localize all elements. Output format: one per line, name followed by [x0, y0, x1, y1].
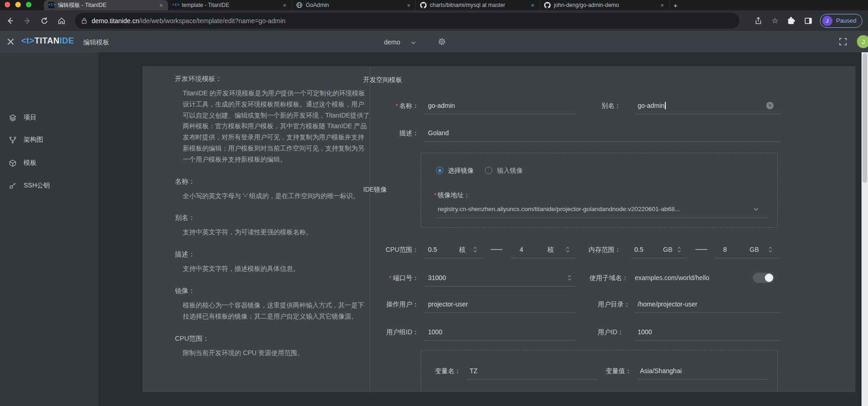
- memory-max-input[interactable]: 8: [723, 244, 727, 255]
- help-column: 开发环境模板： TitanIDE 的开发环境模板是为用户提供一个可定制化的环境模…: [175, 75, 370, 358]
- name-underline: [425, 114, 576, 114]
- radio-input-image[interactable]: [485, 167, 492, 174]
- cpu-min-input[interactable]: 0.5: [428, 244, 437, 255]
- help-heading: 名称：: [175, 177, 370, 186]
- fullscreen-icon[interactable]: [839, 37, 847, 46]
- stepper-icon[interactable]: [565, 246, 570, 253]
- op-user-underline: [425, 312, 576, 313]
- toggle-knob: [765, 274, 773, 282]
- home-icon[interactable]: [57, 16, 66, 25]
- traffic-light-minimize-icon[interactable]: [15, 2, 21, 7]
- tab-close-icon[interactable]: ×: [530, 2, 535, 9]
- help-body: 限制当前开发环境的 CPU 资源使用范围。: [175, 348, 370, 359]
- browser-profile-button[interactable]: J Paused: [820, 14, 862, 28]
- traffic-light-zoom-icon[interactable]: [26, 2, 31, 7]
- cube-icon: [9, 159, 17, 167]
- titanide-logo[interactable]: <t>TITANIDE: [21, 36, 74, 46]
- workspace-selector[interactable]: demo: [384, 38, 400, 46]
- extensions-puzzle-icon[interactable]: [787, 16, 797, 26]
- main-area: 开发环境模板： TitanIDE 的开发环境模板是为用户提供一个可定制化的环境模…: [99, 52, 868, 406]
- stepper-icon[interactable]: [677, 246, 682, 253]
- radio-select-image[interactable]: [436, 167, 443, 174]
- titanide-favicon-icon: <t>: [172, 2, 179, 8]
- tab-close-icon[interactable]: ×: [406, 2, 411, 9]
- uid-input[interactable]: 1000: [638, 326, 652, 337]
- range-dash: [490, 249, 502, 250]
- browser-tab[interactable]: john-deng/go-admin-demo ×: [540, 0, 670, 10]
- gear-icon[interactable]: [438, 37, 446, 46]
- github-icon: [544, 2, 551, 8]
- variable-value-input[interactable]: Asia/Shanghai: [640, 365, 682, 376]
- sidebar-item-ssh-keys[interactable]: SSH公钥: [0, 180, 99, 192]
- browser-tab[interactable]: GoAdmin ×: [292, 0, 416, 10]
- template-edit-panel: 开发环境模板： TitanIDE 的开发环境模板是为用户提供一个可定制化的环境模…: [143, 66, 856, 392]
- image-address-underline: [437, 218, 768, 218]
- uid-underline: [635, 340, 781, 341]
- user-dir-underline: [635, 312, 781, 313]
- browser-tab[interactable]: charts/bitnami/mysql at master ×: [416, 0, 540, 10]
- browser-tab[interactable]: <t> template - TitanIDE ×: [168, 0, 292, 10]
- sidebar-item-projects[interactable]: 项目: [0, 112, 99, 124]
- tab-title: john-deng/go-admin-demo: [554, 2, 656, 8]
- forward-icon[interactable]: [23, 16, 32, 25]
- clear-icon[interactable]: ✕: [766, 102, 774, 109]
- image-address-select[interactable]: registry.cn-shenzhen.aliyuncs.com/titani…: [438, 204, 743, 215]
- user-dir-input[interactable]: /home/projector-user: [638, 299, 697, 310]
- titanide-favicon-icon: <t>: [48, 2, 55, 8]
- chevron-down-icon[interactable]: [410, 38, 416, 46]
- variable-name-input[interactable]: TZ: [470, 365, 477, 376]
- op-user-input[interactable]: projector-user: [428, 299, 468, 310]
- alias-input[interactable]: go-admin: [638, 100, 666, 111]
- close-icon[interactable]: [6, 37, 15, 46]
- sidebar-item-label: SSH公钥: [24, 181, 50, 190]
- user-avatar[interactable]: J: [857, 35, 868, 48]
- port-label: *端口号：: [318, 272, 419, 284]
- stepper-icon[interactable]: [473, 246, 477, 253]
- description-underline: [425, 141, 781, 142]
- memory-min-input[interactable]: 0.5: [634, 244, 643, 255]
- chevron-down-icon[interactable]: [753, 206, 759, 212]
- tab-close-icon[interactable]: ×: [659, 2, 665, 9]
- uid-label: 用户ID：: [598, 326, 624, 337]
- traffic-light-close-icon[interactable]: [5, 2, 10, 7]
- page-scrollbar[interactable]: [862, 52, 868, 406]
- gid-underline: [425, 340, 576, 341]
- tab-close-icon[interactable]: ×: [282, 2, 287, 9]
- scrollbar-thumb[interactable]: [862, 53, 867, 183]
- app-header: <t>TITANIDE 编辑模板 demo J: [0, 31, 868, 52]
- lock-icon[interactable]: [81, 18, 87, 24]
- subdomain-toggle[interactable]: [753, 273, 774, 283]
- alias-label: 别名：: [601, 100, 621, 111]
- browser-tab[interactable]: <t> 编辑模板 - TitanIDE ×: [44, 0, 168, 10]
- tab-close-icon[interactable]: ×: [158, 2, 164, 9]
- browser-tab-strip: <t> 编辑模板 - TitanIDE × <t> template - Tit…: [0, 0, 868, 10]
- tab-title: GoAdmin: [306, 2, 403, 8]
- back-icon[interactable]: [6, 16, 15, 25]
- cpu-max-unit: 核: [547, 244, 554, 255]
- cpu-max-input[interactable]: 4: [520, 244, 523, 255]
- address-bar[interactable]: demo.titanide.cn/ide/web/workspace/templ…: [75, 13, 739, 29]
- gid-input[interactable]: 1000: [428, 326, 442, 337]
- side-panel-icon[interactable]: [803, 16, 813, 26]
- help-heading: 镜像：: [175, 287, 370, 295]
- help-heading: 别名：: [175, 213, 370, 222]
- op-user-label: 操作用户：: [318, 299, 419, 310]
- share-icon[interactable]: [753, 16, 763, 26]
- port-input[interactable]: 31000: [428, 272, 446, 283]
- layers-icon: [9, 114, 17, 122]
- url-domain: demo.titanide.cn: [92, 17, 139, 25]
- stepper-icon[interactable]: [768, 246, 773, 253]
- sidebar-item-templates[interactable]: 模板: [0, 157, 99, 169]
- new-tab-button[interactable]: +: [670, 0, 682, 10]
- page-title: 编辑模板: [83, 38, 109, 47]
- reload-icon[interactable]: [40, 16, 49, 25]
- description-input[interactable]: Goland: [428, 127, 449, 138]
- bookmark-star-icon[interactable]: ☆: [770, 16, 780, 26]
- tab-title: 编辑模板 - TitanIDE: [58, 1, 155, 9]
- memory-min-unit: GB: [663, 244, 672, 255]
- sidebar-item-architecture[interactable]: 架构图: [0, 134, 99, 146]
- stepper-icon[interactable]: [567, 274, 572, 281]
- memory-min-underline: [632, 258, 686, 258]
- name-input[interactable]: go-admin: [428, 100, 455, 111]
- form-title: 开发空间模板: [363, 76, 402, 84]
